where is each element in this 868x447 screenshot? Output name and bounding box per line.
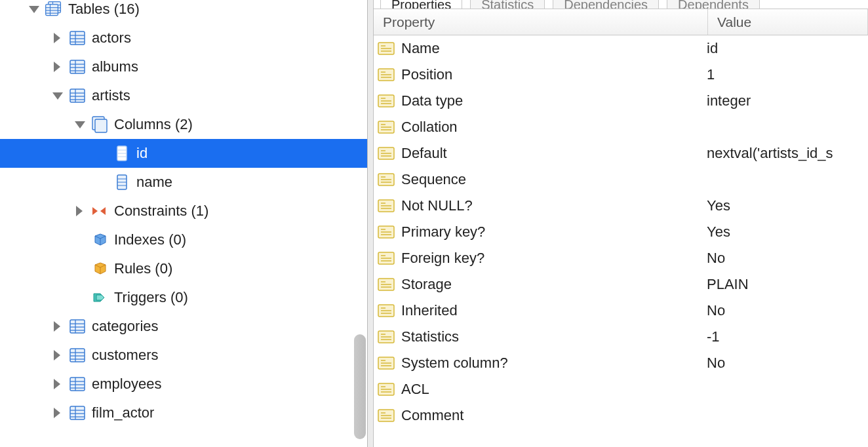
tree-item-label: film_actor (92, 404, 154, 421)
property-name: Primary key? (401, 224, 707, 241)
tree-item-label: customers (92, 347, 158, 364)
tree-item-table-categories[interactable]: categories (0, 312, 367, 341)
tree-item-columns[interactable]: Columns (2) (0, 110, 367, 139)
property-value: No (707, 250, 868, 267)
property-name: System column? (401, 355, 707, 372)
tree-item-table-albums[interactable]: albums (0, 52, 367, 81)
property-row[interactable]: Defaultnextval('artists_id_s (374, 140, 868, 166)
tree-item-label: Tables (16) (68, 1, 140, 18)
table-icon (68, 346, 87, 364)
tables-icon (45, 0, 63, 18)
property-row[interactable]: Position1 (374, 62, 868, 88)
scrollbar-thumb[interactable] (354, 334, 366, 439)
tab-label: Statistics (481, 0, 534, 9)
tab-dependents[interactable]: Dependents (667, 0, 760, 9)
property-grid: NameidPosition1Data typeintegerCollation… (374, 35, 868, 447)
chevron-right-icon (51, 320, 64, 333)
pane-splitter[interactable] (367, 0, 374, 447)
property-icon (378, 41, 396, 56)
detail-panel: Properties Statistics Dependencies Depen… (374, 0, 868, 447)
tab-label: Dependents (678, 0, 749, 9)
table-icon (68, 58, 87, 76)
property-name: Data type (401, 92, 707, 109)
property-row[interactable]: StoragePLAIN (374, 271, 868, 298)
property-row[interactable]: Sequence (374, 166, 868, 193)
chevron-right-icon (51, 406, 64, 419)
tree-item-label: albums (92, 58, 138, 75)
property-row[interactable]: Not NULL?Yes (374, 193, 868, 219)
property-row[interactable]: Primary key?Yes (374, 219, 868, 245)
tree-item-label: actors (92, 29, 131, 47)
property-icon (378, 225, 396, 239)
constraints-icon (90, 202, 109, 220)
tree-item-constraints[interactable]: Constraints (1) (0, 197, 367, 225)
property-name: Inherited (401, 302, 707, 319)
property-icon (378, 356, 396, 370)
tree-item-label: Constraints (1) (114, 203, 208, 220)
property-icon (378, 172, 396, 187)
property-icon (378, 251, 396, 265)
property-value: Yes (707, 197, 868, 214)
column-header-property[interactable]: Property (374, 9, 708, 35)
property-row[interactable]: InheritedNo (374, 298, 868, 324)
tree-item-label: employees (92, 376, 161, 393)
chevron-down-icon (51, 89, 64, 102)
chevron-right-icon (51, 31, 64, 45)
tree-item-table-artists[interactable]: artists (0, 81, 367, 110)
property-value: id (707, 40, 868, 57)
tab-dependencies[interactable]: Dependencies (553, 0, 659, 9)
tree-item-table-customers[interactable]: customers (0, 341, 367, 370)
tree-item-rules[interactable]: Rules (0) (0, 254, 367, 283)
tree-item-tables[interactable]: Tables (16) (0, 0, 367, 24)
property-name: ACL (401, 381, 707, 398)
tree-item-table-employees[interactable]: employees (0, 370, 367, 398)
tree-item-column-id[interactable]: id (0, 139, 367, 168)
tree-item-label: Rules (0) (114, 260, 172, 277)
property-value: No (707, 355, 868, 372)
property-name: Position (401, 66, 707, 83)
chevron-right-icon (51, 349, 64, 362)
table-icon (68, 317, 87, 336)
chevron-right-icon (51, 60, 64, 73)
table-icon (68, 87, 87, 105)
property-icon (378, 94, 396, 108)
tree-item-column-name[interactable]: name (0, 168, 367, 197)
tree-item-label: Triggers (0) (114, 289, 188, 306)
triggers-icon (90, 288, 109, 307)
chevron-down-icon (28, 3, 41, 16)
column-icon (113, 144, 131, 163)
property-icon (378, 330, 396, 344)
detail-tabstrip: Properties Statistics Dependencies Depen… (374, 0, 868, 9)
tree-item-indexes[interactable]: Indexes (0) (0, 225, 367, 254)
tree-item-triggers[interactable]: Triggers (0) (0, 283, 367, 312)
property-row[interactable]: ACL (374, 376, 868, 402)
object-browser-tree[interactable]: Sequences (15) Tables (16) actors (0, 0, 367, 447)
property-row[interactable]: Data typeinteger (374, 88, 868, 114)
tree-item-table-film-actor[interactable]: film_actor (0, 398, 367, 427)
property-icon (378, 303, 396, 318)
property-value: nextval('artists_id_s (707, 145, 868, 162)
property-value: No (707, 302, 868, 319)
property-value: integer (707, 92, 868, 109)
tab-properties[interactable]: Properties (380, 0, 462, 9)
property-row[interactable]: Statistics-1 (374, 324, 868, 350)
property-row[interactable]: Nameid (374, 35, 868, 62)
property-column-header: Property Value (374, 9, 868, 35)
columns-icon (90, 115, 109, 134)
property-row[interactable]: Collation (374, 114, 868, 140)
property-value: -1 (707, 328, 868, 345)
tab-statistics[interactable]: Statistics (470, 0, 545, 9)
tree-item-label: Indexes (0) (114, 231, 186, 248)
table-icon (68, 29, 87, 47)
table-icon (68, 404, 87, 422)
property-row[interactable]: Foreign key?No (374, 245, 868, 271)
property-icon (378, 68, 396, 82)
property-row[interactable]: Comment (374, 402, 868, 429)
tree-item-table-actors[interactable]: actors (0, 24, 367, 52)
column-header-value[interactable]: Value (708, 9, 868, 35)
property-row[interactable]: System column?No (374, 350, 868, 376)
column-icon (113, 173, 131, 191)
property-name: Comment (401, 407, 707, 424)
property-name: Default (401, 145, 707, 162)
tree-item-label: categories (92, 318, 159, 335)
